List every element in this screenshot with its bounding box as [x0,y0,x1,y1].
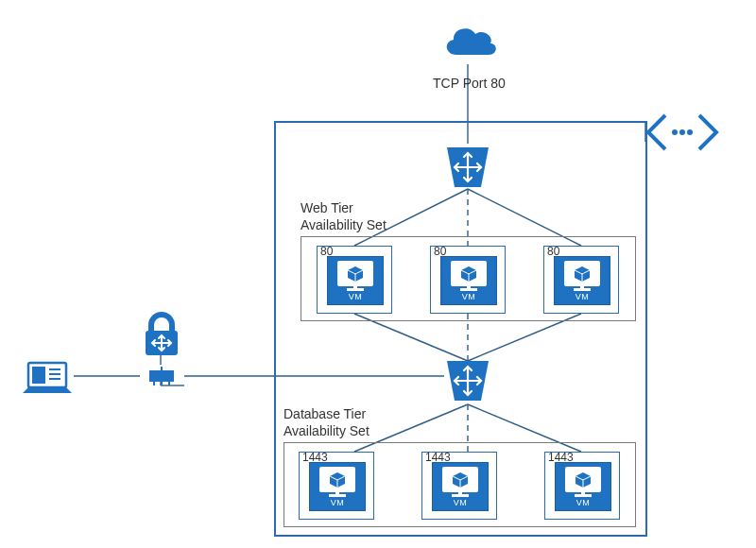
vm-icon: VM [432,462,489,511]
vm-icon: VM [309,462,366,511]
firewall-icon [140,312,183,363]
svg-point-16 [672,129,678,135]
svg-marker-50 [23,387,72,393]
db-vm-3: 1443 VM [544,452,620,520]
cube-icon [347,265,364,283]
load-balancer-top-icon [443,144,492,195]
svg-point-17 [679,129,685,135]
vm-label: VM [462,292,476,301]
web-tier-title: Web Tier Availability Set [301,200,387,233]
vm-icon: VM [440,256,497,305]
vm-label: VM [576,498,591,507]
cloud-icon [438,21,500,68]
vnet-brackets-icon [644,111,720,157]
web-vm-3: 80 VM [543,246,619,314]
web-tier-title-line2: Availability Set [301,217,387,232]
web-vm-1: 80 VM [317,246,392,314]
db-tier-title-line2: Availability Set [284,423,369,438]
cube-icon [574,265,591,283]
vm-icon: VM [554,256,610,305]
db-tier-title-line1: Database Tier [284,406,366,421]
svg-point-18 [687,129,693,135]
network-hub-icon [147,367,176,391]
svg-rect-46 [32,367,45,384]
vm-label: VM [576,292,590,301]
db-vm-2: 1443 VM [421,452,497,520]
vm-label: VM [331,498,345,507]
vm-label: VM [349,292,363,301]
cube-icon [575,471,592,488]
db-vm-1: 1443 VM [299,452,374,520]
vm-label: VM [454,498,468,507]
load-balancer-bottom-icon [443,357,492,408]
web-tier-title-line1: Web Tier [301,200,353,215]
vm-icon: VM [555,462,611,511]
cube-icon [460,265,477,283]
vm-icon: VM [327,256,384,305]
cube-icon [452,471,469,488]
svg-rect-40 [149,370,174,382]
db-tier-title: Database Tier Availability Set [284,406,369,439]
cube-icon [329,471,346,488]
web-vm-2: 80 VM [430,246,506,314]
cloud-port-label: TCP Port 80 [433,76,506,93]
laptop-icon [21,359,74,401]
